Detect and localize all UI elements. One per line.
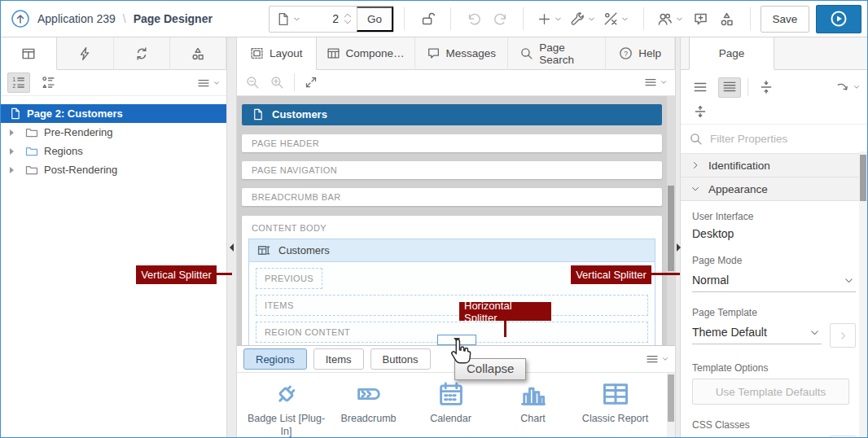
tab-label: Compone… [346, 47, 405, 59]
breadcrumb-application[interactable]: Application 239 [37, 12, 116, 25]
tab-page-properties[interactable]: Page [689, 37, 774, 70]
customers-region-header[interactable]: Customers [249, 239, 655, 262]
shared-components-icon [603, 11, 618, 26]
undo-button[interactable] [461, 6, 487, 32]
splitter-collapse-left-icon[interactable] [230, 243, 234, 252]
expand-icon[interactable] [305, 76, 318, 89]
page-template-select[interactable]: Theme Default [692, 323, 822, 344]
zoom-out-icon[interactable] [245, 75, 260, 90]
slot-page-header[interactable]: PAGE HEADER [242, 134, 662, 152]
chevron-down-icon [660, 78, 668, 86]
property-scrollbar-thumb[interactable] [860, 155, 866, 201]
spinner-up-icon[interactable] [344, 13, 352, 18]
template-options-button[interactable]: Use Template Defaults [692, 379, 849, 405]
caret-right-icon[interactable] [10, 167, 14, 173]
page-number-spinner[interactable] [339, 7, 357, 32]
go-to-group-button[interactable] [836, 77, 859, 98]
tab-shared-components[interactable] [170, 37, 226, 70]
lock-button[interactable] [414, 6, 441, 32]
tree-node-regions[interactable]: Regions [1, 142, 226, 160]
page-finder-button[interactable] [270, 7, 308, 32]
show-common-button[interactable] [689, 77, 712, 98]
lightning-icon [77, 46, 92, 61]
left-pane: 12 Page 2: Customers Pre-Rendering [1, 37, 226, 437]
tab-layout[interactable]: Layout [237, 37, 317, 70]
users-icon [657, 11, 673, 27]
tab-dynamic-actions[interactable] [57, 37, 113, 70]
gallery-item-calendar[interactable]: Calendar [410, 379, 492, 437]
feedback-button[interactable] [688, 6, 714, 32]
canvas-page-bar[interactable]: Customers [242, 104, 662, 125]
caret-right-icon[interactable] [10, 148, 14, 155]
tree-node-page[interactable]: Page 2: Customers [1, 104, 226, 123]
gallery-scrollbar[interactable] [667, 373, 675, 437]
tab-page-search[interactable]: Page Search [508, 37, 606, 70]
caret-right-icon[interactable] [10, 129, 14, 136]
right-vertical-splitter[interactable] [675, 37, 681, 437]
canvas-page-title: Customers [272, 108, 327, 120]
gallery-tab-buttons[interactable]: Buttons [370, 348, 431, 370]
tree-node-post-rendering[interactable]: Post-Rendering [1, 160, 226, 179]
refresh-icon [134, 46, 149, 61]
lines-dense-icon [722, 80, 737, 94]
tree-node-label: Post-Rendering [44, 164, 117, 176]
layout-icon [250, 46, 264, 60]
create-menu-button[interactable] [533, 6, 566, 32]
shared-components-menu-button[interactable] [599, 6, 633, 32]
utilities-menu-button[interactable] [566, 6, 599, 32]
group-appearance[interactable]: Appearance [681, 177, 867, 201]
page-template-quick-pick-button[interactable] [830, 323, 856, 348]
slot-breadcrumb-bar[interactable]: BREADCRUMB BAR [242, 188, 662, 206]
message-icon [427, 46, 441, 60]
expand-all-button[interactable] [689, 101, 712, 121]
go-button[interactable]: Go [357, 7, 393, 32]
run-button[interactable] [816, 5, 861, 33]
shortcuts-button[interactable] [714, 6, 740, 32]
search-icon [519, 46, 533, 60]
order-by-sequence-button[interactable]: 12 [7, 72, 30, 93]
slot-previous[interactable]: PREVIOUS [256, 268, 322, 289]
redo-button[interactable] [487, 6, 513, 32]
spinner-down-icon[interactable] [344, 20, 352, 24]
gallery-item-classic-report[interactable]: Classic Report [574, 379, 656, 437]
group-identification[interactable]: Identification [681, 154, 867, 177]
gallery-menu-button[interactable] [646, 349, 669, 370]
chevron-down-icon [809, 327, 820, 338]
page-mode-select[interactable]: Normal [692, 271, 856, 292]
gallery-item-chart[interactable]: Chart [492, 379, 574, 437]
gallery-item-badge-list[interactable]: Badge List [Plug-In] [245, 379, 327, 437]
collapse-all-button[interactable] [755, 77, 778, 98]
gallery-tab-items[interactable]: Items [313, 348, 364, 370]
slot-items[interactable]: ITEMS [256, 295, 648, 316]
team-dev-menu-button[interactable] [654, 6, 688, 32]
tab-help[interactable]: ?Help [606, 37, 675, 70]
left-vertical-splitter[interactable] [226, 37, 237, 437]
expand-vertical-icon [693, 104, 708, 119]
slot-page-navigation[interactable]: PAGE NAVIGATION [242, 161, 662, 179]
layout-menu-button[interactable] [644, 72, 667, 93]
app-home-icon[interactable] [11, 9, 30, 28]
property-scrollbar[interactable] [859, 151, 867, 437]
tab-messages[interactable]: Messages [415, 37, 509, 70]
breadcrumb-separator: \ [123, 12, 126, 25]
annotation-horizontal-splitter: Horizontal Splitter [459, 302, 551, 321]
save-button[interactable]: Save [761, 6, 810, 33]
show-all-button[interactable] [718, 77, 741, 98]
gallery-scrollbar-thumb[interactable] [668, 374, 674, 422]
tab-components[interactable]: Compone… [317, 37, 415, 70]
gallery-item-breadcrumb[interactable]: Breadcrumb [327, 379, 410, 437]
filter-properties-input[interactable] [710, 133, 859, 145]
customers-region[interactable]: Customers PREVIOUS ITEMS REGION CONTENT [248, 239, 655, 345]
user-interface-value: Desktop [692, 227, 856, 240]
canvas-scrollbar-thumb[interactable] [668, 186, 674, 271]
tree-node-pre-rendering[interactable]: Pre-Rendering [1, 123, 226, 142]
zoom-in-icon[interactable] [270, 75, 284, 90]
page-number-input[interactable] [308, 7, 339, 32]
tab-rendering[interactable] [1, 37, 57, 70]
tree-menu-button[interactable] [197, 72, 220, 93]
template-options-label: Template Options [692, 362, 856, 374]
tab-processing[interactable] [114, 37, 170, 70]
gallery-tab-regions[interactable]: Regions [243, 348, 307, 370]
canvas-scrollbar[interactable] [667, 96, 675, 345]
order-by-type-button[interactable] [37, 72, 59, 93]
